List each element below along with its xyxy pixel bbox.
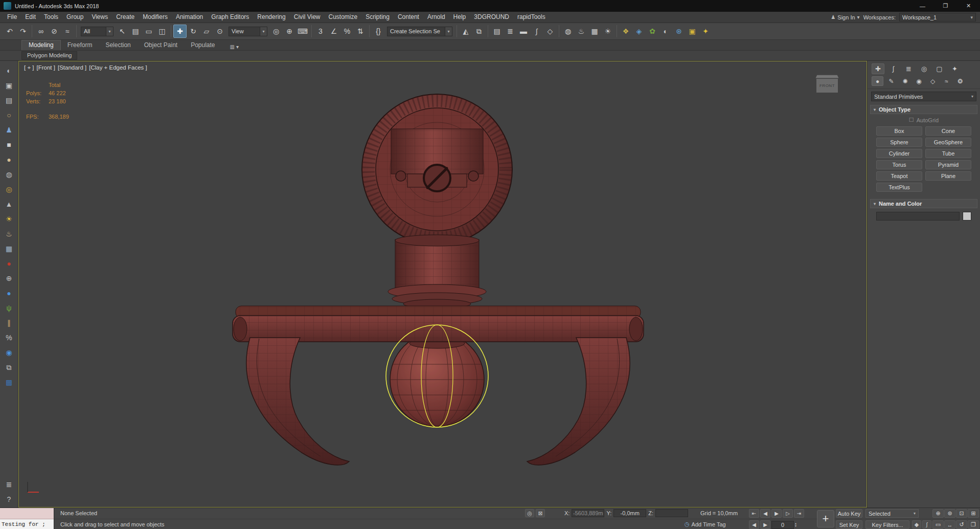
- next-key-icon[interactable]: ▶: [760, 520, 770, 529]
- left-viewport-nav-icon[interactable]: ◐: [3, 65, 15, 76]
- redo-icon[interactable]: ↷: [16, 25, 30, 38]
- left-clone-icon[interactable]: ⧉: [3, 362, 15, 372]
- select-by-name-icon[interactable]: ▤: [129, 25, 142, 38]
- left-sunlight-icon[interactable]: ☀: [3, 213, 15, 224]
- tab-modeling[interactable]: Modeling: [21, 40, 61, 50]
- name-and-color-rollout-header[interactable]: ▾ Name and Color: [870, 199, 977, 208]
- isolate-selection-icon[interactable]: ◎: [525, 509, 534, 517]
- viewport-menu-general[interactable]: [ + ]: [24, 64, 34, 71]
- space-warps-category-icon[interactable]: ≈: [941, 76, 952, 86]
- model-sphere[interactable]: [390, 333, 484, 427]
- rectangular-selection-icon[interactable]: ▭: [142, 25, 155, 38]
- y-coordinate-field[interactable]: -0,0mm: [613, 509, 646, 517]
- menu-rendering[interactable]: Rendering: [253, 12, 289, 23]
- previous-frame-icon[interactable]: ◀: [760, 509, 770, 518]
- mini-curve-editor-icon[interactable]: ∫: [922, 520, 931, 528]
- workspace-select[interactable]: Workspace_1 ▾: [899, 13, 976, 21]
- left-magnify-icon[interactable]: ⊕: [3, 273, 15, 283]
- left-teapot-icon[interactable]: ♨: [3, 228, 15, 239]
- named-selection-sets-select[interactable]: Create Selection Se ▾: [387, 27, 452, 36]
- menu-tools[interactable]: Tools: [40, 12, 62, 23]
- plugin-icon-7[interactable]: ✦: [699, 25, 712, 38]
- tab-selection[interactable]: Selection: [99, 40, 137, 50]
- ribbon-toggle-icon[interactable]: ▬: [517, 25, 530, 38]
- reference-coordinate-select[interactable]: View ▾: [229, 27, 267, 36]
- primitive-category-select[interactable]: Standard Primitives ▾: [871, 92, 976, 101]
- modify-tab-icon[interactable]: ∫: [887, 63, 900, 74]
- plugin-icon-6[interactable]: ▣: [686, 25, 699, 38]
- left-help-icon[interactable]: ?: [3, 494, 15, 504]
- select-and-rotate-icon[interactable]: ↻: [187, 25, 200, 38]
- window-crossing-icon[interactable]: ◫: [155, 25, 169, 38]
- left-layers-icon[interactable]: ≣: [3, 479, 15, 490]
- close-button[interactable]: ✕: [957, 0, 980, 12]
- macro-recorder-pane[interactable]: [0, 508, 54, 519]
- left-color-swatch-icon[interactable]: ▩: [3, 377, 15, 387]
- select-and-place-icon[interactable]: ⊙: [213, 25, 226, 38]
- align-icon[interactable]: ⧉: [472, 25, 486, 38]
- viewport-menu-shading[interactable]: [Clay + Edged Faces ]: [89, 64, 147, 71]
- left-earth-icon[interactable]: ◉: [3, 347, 15, 358]
- selection-filter-select[interactable]: All ▾: [81, 27, 113, 36]
- mirror-icon[interactable]: ◭: [459, 25, 472, 38]
- select-and-move-icon[interactable]: ✚: [173, 25, 187, 38]
- key-tangent-icon[interactable]: ◆: [912, 520, 921, 528]
- menu-graph-editors[interactable]: Graph Editors: [207, 12, 253, 23]
- left-snapshot-icon[interactable]: ▣: [3, 80, 15, 91]
- minimize-button[interactable]: —: [911, 0, 934, 12]
- viewport-menu-pov[interactable]: [Front ]: [37, 64, 55, 71]
- pan-icon[interactable]: ↔: [944, 520, 955, 529]
- select-and-scale-icon[interactable]: ▱: [200, 25, 213, 38]
- previous-key-icon[interactable]: ◀: [749, 520, 759, 529]
- menu-3dground[interactable]: 3DGROUND: [470, 12, 513, 23]
- go-to-start-icon[interactable]: ⇤: [749, 509, 759, 518]
- snap-toggle-3d-icon[interactable]: 3: [314, 25, 327, 38]
- play-animation-icon[interactable]: ▶: [771, 509, 782, 518]
- schematic-view-icon[interactable]: ◇: [543, 25, 557, 38]
- maximize-viewport-icon[interactable]: ❐: [968, 520, 979, 529]
- plugin-icon-3[interactable]: ✿: [646, 25, 659, 38]
- edit-named-selection-sets-icon[interactable]: {}: [372, 25, 385, 38]
- viewport[interactable]: [ + ][Front ][Standard ][Clay + Edged Fa…: [18, 61, 867, 508]
- autogrid-checkbox[interactable]: ☐: [909, 117, 914, 123]
- cone-button[interactable]: Cone: [925, 126, 971, 136]
- display-tab-icon[interactable]: ▢: [933, 63, 946, 74]
- lights-category-icon[interactable]: ✺: [899, 76, 911, 86]
- auto-key-button[interactable]: Auto Key: [836, 509, 862, 518]
- left-cone-tool-icon[interactable]: ▲: [3, 199, 15, 209]
- systems-category-icon[interactable]: ❂: [954, 76, 966, 86]
- spinner-down-icon[interactable]: ▾: [795, 525, 796, 527]
- viewcube-front-face[interactable]: FRONT: [816, 79, 838, 93]
- zoom-extents-all-icon[interactable]: ⊞: [968, 509, 979, 518]
- plugin-icon-1[interactable]: ❖: [619, 25, 632, 38]
- curve-editor-icon[interactable]: ∫: [530, 25, 543, 38]
- menu-scripting[interactable]: Scripting: [361, 12, 394, 23]
- left-geosphere-tool-icon[interactable]: ◍: [3, 169, 15, 180]
- motion-tab-icon[interactable]: ◎: [918, 63, 930, 74]
- model-cylinder[interactable]: [388, 235, 486, 308]
- polygon-modeling-panel-tab[interactable]: Polygon Modeling: [21, 51, 77, 60]
- pyramid-button[interactable]: Pyramid: [925, 160, 971, 169]
- tab-object-paint[interactable]: Object Paint: [138, 40, 184, 50]
- keyboard-override-icon[interactable]: ⌨: [296, 25, 309, 38]
- cylinder-button[interactable]: Cylinder: [876, 149, 922, 158]
- left-material-ball-icon[interactable]: ●: [3, 258, 15, 269]
- render-setup-icon[interactable]: ♨: [575, 25, 588, 38]
- use-pivot-center-icon[interactable]: ◎: [269, 25, 283, 38]
- plugin-icon-2[interactable]: ◈: [632, 25, 646, 38]
- torus-button[interactable]: Torus: [876, 160, 922, 169]
- x-coordinate-field[interactable]: -5603,889m: [572, 509, 604, 517]
- model-top-wheel[interactable]: [362, 94, 512, 245]
- scene-explorer-icon[interactable]: ▤: [490, 25, 504, 38]
- unlink-selection-icon[interactable]: ⊘: [48, 25, 61, 38]
- textplus-button[interactable]: TextPlus: [876, 183, 922, 192]
- object-name-input[interactable]: [876, 212, 960, 221]
- viewcube[interactable]: FRONT: [816, 74, 838, 93]
- utilities-tab-icon[interactable]: ✦: [948, 63, 961, 74]
- angle-snap-icon[interactable]: ∠: [327, 25, 340, 38]
- box-button[interactable]: Box: [876, 126, 922, 136]
- maximize-button[interactable]: ❐: [934, 0, 957, 12]
- ribbon-config-button[interactable]: ▥ ▾: [227, 43, 242, 50]
- menu-create[interactable]: Create: [112, 12, 139, 23]
- rendered-frame-icon[interactable]: ▦: [588, 25, 601, 38]
